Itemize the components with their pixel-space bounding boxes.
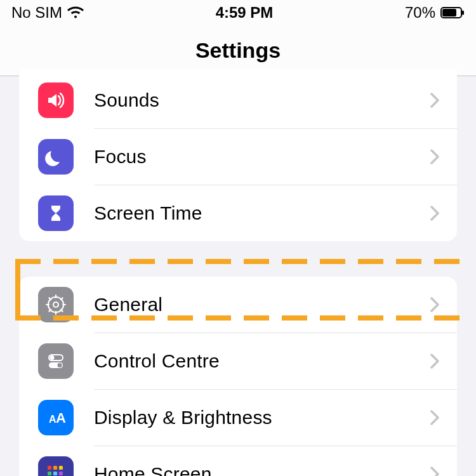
app-grid-icon: [38, 456, 74, 476]
gear-icon: [38, 287, 74, 322]
svg-point-4: [53, 302, 58, 307]
toggles-icon: [38, 343, 74, 379]
moon-icon: [38, 139, 74, 175]
chevron-right-icon: [430, 410, 439, 425]
chevron-right-icon: [430, 206, 439, 221]
svg-rect-23: [53, 472, 57, 475]
svg-point-16: [58, 363, 62, 367]
row-screen-time[interactable]: Screen Time: [19, 185, 457, 241]
chevron-right-icon: [430, 297, 439, 312]
row-control-centre[interactable]: Control Centre: [19, 333, 457, 389]
svg-point-14: [50, 355, 55, 360]
svg-rect-2: [462, 11, 464, 15]
row-label: Sounds: [94, 89, 159, 111]
svg-text:A: A: [56, 410, 66, 426]
svg-rect-1: [442, 9, 456, 17]
svg-rect-22: [48, 472, 51, 475]
battery-icon: [440, 7, 465, 18]
chevron-right-icon: [430, 354, 439, 369]
chevron-right-icon: [430, 466, 439, 476]
row-focus[interactable]: Focus: [19, 129, 457, 185]
row-label: Screen Time: [94, 202, 202, 224]
svg-rect-24: [59, 472, 63, 475]
svg-rect-19: [48, 466, 51, 470]
row-home-screen[interactable]: Home Screen: [19, 446, 457, 476]
speaker-icon: [38, 83, 74, 118]
row-display-brightness[interactable]: AA Display & Brightness: [19, 390, 457, 446]
row-label: Home Screen: [94, 463, 212, 476]
row-sounds[interactable]: Sounds: [19, 72, 457, 128]
row-label: Display & Brightness: [94, 407, 272, 428]
battery-percent: 70%: [405, 4, 435, 22]
clock: 4:59 PM: [216, 4, 274, 22]
settings-group: General Control Centre AA Display & Brig…: [19, 277, 457, 476]
status-bar: No SIM 4:59 PM 70%: [0, 0, 476, 22]
wifi-icon: [67, 6, 84, 19]
svg-rect-20: [53, 466, 57, 470]
chevron-right-icon: [430, 149, 439, 164]
settings-group: Sounds Focus Screen Time: [19, 69, 457, 241]
svg-rect-21: [59, 466, 63, 470]
row-general[interactable]: General: [19, 277, 457, 333]
carrier-text: No SIM: [11, 4, 62, 22]
text-size-icon: AA: [38, 400, 74, 435]
hourglass-icon: [38, 195, 74, 231]
chevron-right-icon: [430, 93, 439, 108]
row-label: Focus: [94, 146, 147, 168]
row-label: General: [94, 294, 162, 315]
row-label: Control Centre: [94, 350, 220, 372]
